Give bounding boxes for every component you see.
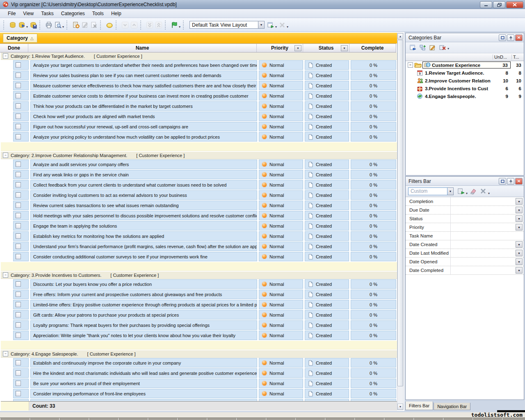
task-checkbox[interactable] [16,103,21,109]
filters-close-icon[interactable] [515,178,523,185]
task-checkbox[interactable] [16,381,21,386]
collapse-group-icon[interactable]: − [3,153,8,158]
task-row[interactable]: Free offers: Inform your current and pro… [1,290,397,299]
task-row[interactable]: Consider improving performance of front-… [1,389,397,398]
collapse-group-icon[interactable]: − [3,351,8,356]
column-header-status[interactable]: Status▼ [303,44,349,52]
dropdown-caret-icon[interactable]: ▾ [62,23,64,29]
task-row[interactable]: Consider conducting additional customer … [1,252,397,261]
task-checkbox[interactable] [16,83,21,88]
task-checkbox[interactable] [16,114,21,119]
task-checkbox[interactable] [16,93,21,98]
menu-file[interactable]: File [4,9,19,18]
filter-dropdown-icon[interactable]: ▼ [516,198,523,205]
task-row[interactable]: Consider inviting loyal customers to act… [1,190,397,200]
task-checkbox[interactable] [16,244,21,249]
task-checkbox[interactable] [16,391,21,396]
filters-pin-icon[interactable] [507,178,514,185]
task-row[interactable]: Engage the team in applying the solution… [1,221,397,231]
task-checkbox[interactable] [16,281,21,287]
menu-tools[interactable]: Tools [89,9,107,18]
filter-combobox-dropdown-icon[interactable]: ▼ [447,187,454,195]
group-header-row[interactable]: −Category: 1.Review Target Audience.[ Cu… [1,52,397,60]
task-row[interactable]: Be sure your workers are proud of their … [1,379,397,388]
filter-value[interactable] [450,206,516,214]
task-checkbox[interactable] [16,360,21,365]
delete-category-icon[interactable] [438,43,447,52]
group-by-category-button[interactable]: Category △ [3,34,37,43]
group-header-row[interactable]: −Category: 3.Provide Incentives to Custo… [1,272,397,279]
task-row[interactable]: Establish and continuously improve the c… [1,358,397,368]
filter-dropdown-icon[interactable]: ▼ [516,241,523,248]
categories-close-icon[interactable] [515,34,523,41]
task-checkbox[interactable] [16,292,21,297]
scroll-down-icon[interactable]: ▼ [397,404,403,410]
filter-value[interactable] [450,215,516,223]
task-checkbox[interactable] [16,162,21,167]
column-header-complete[interactable]: Complete [349,44,395,52]
collapse-group-icon[interactable]: − [3,272,8,278]
notification-icon[interactable] [170,21,179,29]
filter-dropdown-icon[interactable]: ▼ [516,207,523,213]
task-checkbox[interactable] [16,203,21,208]
dropdown-caret-icon[interactable]: ▾ [287,23,288,29]
group-header-row[interactable]: −Category: 2.Improve Customer Relationsh… [1,152,397,159]
manage-layouts-icon[interactable] [266,21,275,29]
task-row[interactable]: Measure customer service effectiveness t… [1,81,397,90]
menu-categories[interactable]: Categories [57,9,89,18]
dropdown-caret-icon[interactable]: ▾ [26,23,28,29]
apply-filter-icon[interactable] [456,187,466,196]
filter-value[interactable] [450,223,516,231]
task-row[interactable]: Appreciation: Write simple "thank you" n… [1,331,397,340]
task-row[interactable]: Think how your products can be different… [1,101,397,111]
task-row[interactable]: Analyze your target customers to underst… [1,60,397,70]
task-row[interactable]: Discounts: Let your buyers know you offe… [1,279,397,289]
task-checkbox[interactable] [16,223,21,228]
add-task-icon[interactable] [71,21,80,29]
filter-dropdown-icon[interactable]: ▼ [516,267,523,274]
filter-value[interactable] [450,232,524,240]
task-row[interactable]: Limited-time offers: Enjoy positive cust… [1,300,397,309]
add-subcategory-icon[interactable] [418,43,428,52]
dropdown-caret-icon[interactable]: ▾ [447,45,449,50]
open-database-icon[interactable] [17,21,26,29]
dropdown-caret-icon[interactable]: ▾ [466,189,468,195]
task-row[interactable]: Review your sales business plan to see i… [1,71,397,80]
tab-navigation-bar[interactable]: Navigation Bar [434,403,470,410]
task-row[interactable]: Establish key metrics for monitoring how… [1,231,397,241]
filter-value[interactable] [450,240,516,249]
task-checkbox[interactable] [16,62,21,68]
filter-dropdown-icon[interactable]: ▼ [516,258,523,265]
task-row[interactable]: Hire the kindest and most charismatic in… [1,368,397,378]
filter-value[interactable] [450,266,516,274]
column-header-done[interactable]: Done [0,44,28,52]
task-checkbox[interactable] [16,134,21,139]
task-checkbox[interactable] [16,254,21,259]
task-checkbox[interactable] [16,182,21,187]
menu-help[interactable]: Help [107,9,125,18]
task-row[interactable]: Hold meetings with your sales personnel … [1,211,397,220]
task-checkbox[interactable] [16,124,21,129]
task-row[interactable]: Analyze your pricing policy to understan… [1,132,397,142]
filter-value[interactable] [450,258,516,266]
tab-filters-bar[interactable]: Filters Bar [405,402,433,410]
task-row[interactable]: Check how well your products are aligned… [1,112,397,121]
task-checkbox[interactable] [16,312,21,317]
group-header-row[interactable]: −Category: 4.Engage Salespeople.[ Custom… [1,350,397,358]
layout-combobox-dropdown-icon[interactable]: ▼ [258,21,265,29]
close-button[interactable] [506,1,523,8]
task-row[interactable]: Figure out how successful your renewal, … [1,122,397,131]
filter-dropdown-icon[interactable]: ▼ [516,250,523,256]
priority-filter-dropdown-icon[interactable]: ▼ [294,45,301,51]
new-database-icon[interactable] [8,21,17,29]
categories-restore-icon[interactable] [499,34,506,41]
task-row[interactable]: Estimate customer service costs to deter… [1,91,397,100]
print-preview-icon[interactable] [53,21,62,29]
collapse-category-icon[interactable]: − [408,62,413,68]
category-tree-row[interactable]: 2.Improve Customer Relation1010 [406,77,524,84]
tree-header-total[interactable]: T... [511,55,524,59]
restore-button[interactable] [493,1,505,8]
dropdown-caret-icon[interactable]: ▾ [275,23,277,29]
complete-task-icon[interactable] [105,21,114,29]
category-tree-row[interactable]: 4.Engage Salespeople.99 [406,92,524,100]
